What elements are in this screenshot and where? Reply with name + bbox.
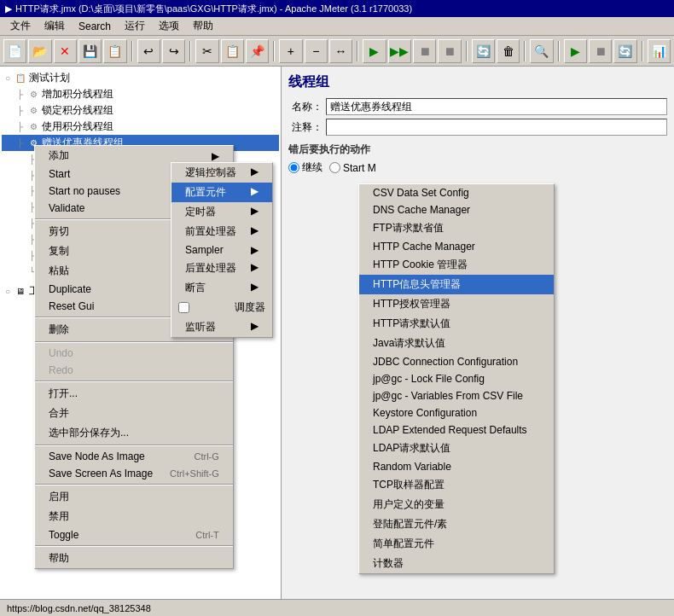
ctx-undo[interactable]: Undo xyxy=(35,345,233,362)
open-button[interactable]: 📂 xyxy=(28,39,51,63)
ctx-open[interactable]: 打开... xyxy=(35,384,233,404)
expand-button[interactable]: + xyxy=(279,39,302,63)
config-tcp[interactable]: TCP取样器配置 xyxy=(359,475,554,495)
sep1 xyxy=(131,41,133,61)
submenu-post-processor[interactable]: 后置处理器 ▶ xyxy=(171,259,272,278)
menu-edit[interactable]: 编辑 xyxy=(38,17,72,35)
menu-run[interactable]: 运行 xyxy=(118,17,152,35)
menu-options[interactable]: 选项 xyxy=(152,17,186,35)
post-arrow: ▶ xyxy=(251,261,259,276)
submenu-assertion[interactable]: 断言 ▶ xyxy=(171,278,272,298)
copy-button[interactable]: 📋 xyxy=(221,39,244,63)
config-http-auth[interactable]: HTTP授权管理器 xyxy=(359,294,554,314)
startm-radio[interactable] xyxy=(329,162,340,173)
comment-row: 注释： xyxy=(288,119,667,136)
remote-start-button[interactable]: ▶ xyxy=(564,39,587,63)
config-simple[interactable]: 简单配置元件 xyxy=(359,534,554,554)
submenu-logic-controller[interactable]: 逻辑控制器 ▶ xyxy=(171,163,272,183)
continue-radio[interactable] xyxy=(288,162,299,173)
template-button[interactable]: 📋 xyxy=(103,39,126,63)
clear-all-button[interactable]: 🗑 xyxy=(497,39,520,63)
ctx-reset-label: Reset Gui xyxy=(49,300,94,312)
ctx-toggle[interactable]: Toggle Ctrl-T xyxy=(35,526,233,543)
logic-label: 逻辑控制器 xyxy=(185,166,236,180)
config-http-cookie[interactable]: HTTP Cookie 管理器 xyxy=(359,255,554,275)
config-http-cache[interactable]: HTTP Cache Manager xyxy=(359,238,554,255)
ctx-save-screen-image[interactable]: Save Screen As Image Ctrl+Shift-G xyxy=(35,465,233,482)
config-user-vars[interactable]: 用户定义的变量 xyxy=(359,495,554,514)
thread3-icon: ⚙ xyxy=(26,120,40,134)
submenu-listener[interactable]: 监听器 ▶ xyxy=(171,317,272,337)
paste-button[interactable]: 📌 xyxy=(246,39,269,63)
config-jp-csv[interactable]: jp@gc - Variables From CSV File xyxy=(359,387,554,404)
config-jp-lock[interactable]: jp@gc - Lock File Config xyxy=(359,370,554,387)
close-button[interactable]: ✕ xyxy=(54,39,77,63)
testplan-icon: 📋 xyxy=(14,72,27,85)
timer-arrow: ▶ xyxy=(251,205,259,219)
config-login[interactable]: 登陆配置元件/素 xyxy=(359,514,554,534)
redo-button[interactable]: ↪ xyxy=(162,39,185,63)
tree-item-thread2[interactable]: ├ ⚙ 锁定积分线程组 xyxy=(2,102,279,119)
remote-clear-button[interactable]: 🔄 xyxy=(613,39,636,63)
thread2-icon: ⚙ xyxy=(26,104,40,118)
config-java-defaults[interactable]: Java请求默认值 xyxy=(359,334,554,353)
ctx-save-node-image[interactable]: Save Node As Image Ctrl-G xyxy=(35,448,233,465)
timer-label: 定时器 xyxy=(185,205,216,219)
ctx-redo[interactable]: Redo xyxy=(35,362,233,379)
ctx-help-label: 帮助 xyxy=(49,551,69,566)
config-random[interactable]: Random Variable xyxy=(359,458,554,475)
menu-help[interactable]: 帮助 xyxy=(186,17,220,35)
panel-title: 线程组 xyxy=(288,73,667,91)
ctx-redo-label: Redo xyxy=(49,364,73,376)
remote-stop-button[interactable]: ⏹ xyxy=(589,39,612,63)
config-dns[interactable]: DNS Cache Manager xyxy=(359,201,554,218)
ctx-merge[interactable]: 合并 xyxy=(35,404,233,423)
config-counter[interactable]: 计数器 xyxy=(359,554,554,573)
menu-search[interactable]: Search xyxy=(72,19,118,34)
menu-bar: 文件 编辑 Search 运行 选项 帮助 xyxy=(0,17,674,36)
ctx-help[interactable]: 帮助 xyxy=(35,549,233,568)
menu-file[interactable]: 文件 xyxy=(3,17,38,35)
submenu-timer[interactable]: 定时器 ▶ xyxy=(171,202,272,222)
config-jdbc[interactable]: JDBC Connection Configuration xyxy=(359,353,554,370)
undo-button[interactable]: ↩ xyxy=(137,39,160,63)
schedule-checkbox[interactable] xyxy=(178,302,189,313)
tree-item-thread3[interactable]: ├ ⚙ 使用积分线程组 xyxy=(2,119,279,135)
start-nopause-button[interactable]: ▶▶ xyxy=(388,39,411,63)
search-button[interactable]: 🔍 xyxy=(530,39,553,63)
sep4 xyxy=(357,41,358,61)
ctx-saveas[interactable]: 选中部分保存为... xyxy=(35,423,233,443)
start-button[interactable]: ▶ xyxy=(363,39,386,63)
submenu-config-element[interactable]: 配置元件 ▶ xyxy=(171,183,272,202)
shutdown-button[interactable]: ⏹ xyxy=(438,39,461,63)
new-button[interactable]: 📄 xyxy=(3,39,26,63)
submenu-sampler[interactable]: Sampler ▶ xyxy=(171,241,272,259)
name-input[interactable] xyxy=(326,98,667,115)
cut-button[interactable]: ✂ xyxy=(195,39,218,63)
toolbar: 📄 📂 ✕ 💾 📋 ↩ ↪ ✂ 📋 📌 + − ↔ ▶ ▶▶ ⏹ ⏹ 🔄 🗑 🔍… xyxy=(0,36,674,67)
stop-button[interactable]: ⏹ xyxy=(413,39,436,63)
ctx-disable-label: 禁用 xyxy=(49,509,69,524)
clear-button[interactable]: 🔄 xyxy=(472,39,495,63)
tree-item-testplan[interactable]: ○ 📋 测试计划 xyxy=(2,70,279,86)
config-ldap-ext[interactable]: LDAP Extended Request Defaults xyxy=(359,421,554,439)
config-keystore[interactable]: Keystore Configuration xyxy=(359,404,554,421)
startm-radio-label[interactable]: Start M xyxy=(329,162,376,174)
continue-radio-label[interactable]: 继续 xyxy=(288,160,322,175)
config-ldap-defaults[interactable]: LDAP请求默认值 xyxy=(359,439,554,458)
report-button[interactable]: 📊 xyxy=(648,39,671,63)
move-button[interactable]: ↔ xyxy=(329,39,352,63)
config-csv[interactable]: CSV Data Set Config xyxy=(359,184,554,201)
title-icon: ▶ xyxy=(5,3,12,15)
config-ftp[interactable]: FTP请求默省值 xyxy=(359,218,554,238)
comment-input[interactable] xyxy=(326,119,667,136)
collapse-button[interactable]: − xyxy=(305,39,328,63)
tree-item-thread1[interactable]: ├ ⚙ 增加积分线程组 xyxy=(2,86,279,102)
config-http-header[interactable]: HTTP信息头管理器 xyxy=(359,275,554,294)
submenu-schedule-checkbox-row: 调度器 xyxy=(171,298,272,317)
ctx-enable[interactable]: 启用 xyxy=(35,487,233,507)
ctx-disable[interactable]: 禁用 xyxy=(35,507,233,526)
config-http-defaults[interactable]: HTTP请求默认值 xyxy=(359,314,554,334)
submenu-pre-processor[interactable]: 前置处理器 ▶ xyxy=(171,222,272,241)
save-button[interactable]: 💾 xyxy=(78,39,102,63)
